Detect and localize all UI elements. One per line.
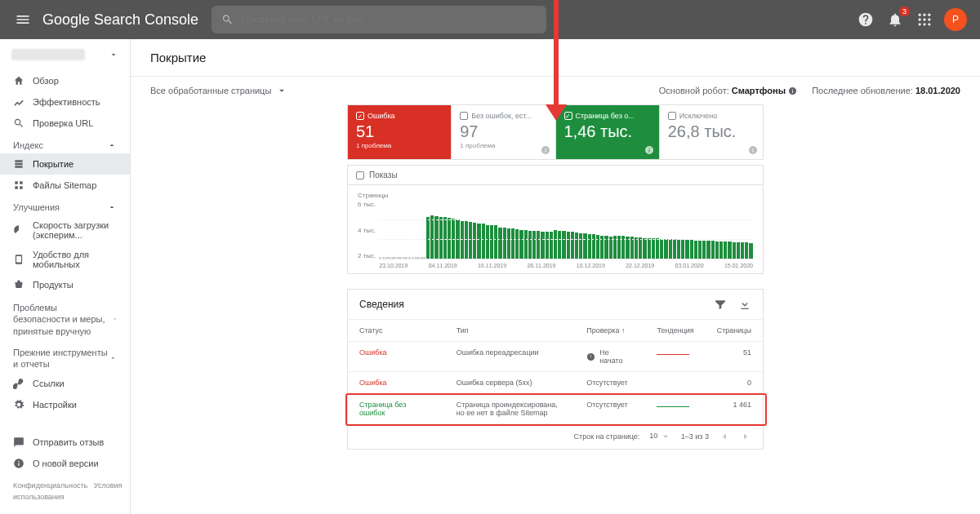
chart-bar <box>562 231 565 259</box>
chart-bar <box>639 237 642 259</box>
chart-bar <box>596 235 599 259</box>
checkbox-icon <box>564 112 572 120</box>
chart-bar <box>609 237 612 259</box>
checkbox-icon <box>356 171 364 179</box>
sidebar-section-security[interactable]: Проблемы безопасности и меры, принятые в… <box>0 295 130 340</box>
notifications-icon[interactable]: 3 <box>885 10 905 29</box>
avatar[interactable]: P <box>944 8 967 31</box>
sidebar-item-speed[interactable]: Скорость загрузки (эксперим... <box>0 215 130 245</box>
chart-bars <box>379 201 753 259</box>
chart-bar <box>698 241 702 259</box>
chart-bar <box>715 241 719 259</box>
sidebar-section-enhance[interactable]: Улучшения <box>0 196 130 215</box>
chevron-down-icon <box>109 353 117 363</box>
info-icon[interactable] <box>644 145 654 155</box>
chart-bar <box>537 231 540 259</box>
sidebar-section-index[interactable]: Индекс <box>0 134 130 153</box>
card-error[interactable]: Ошибка 51 1 проблема <box>348 105 452 159</box>
svg-point-8 <box>919 23 921 25</box>
svg-point-3 <box>923 14 925 16</box>
details-panel: Сведения Статус Тип Проверка ↑ Тенденция <box>347 289 764 450</box>
next-page-icon[interactable] <box>740 431 751 442</box>
chart-bar <box>482 224 485 259</box>
chart-bar <box>486 225 489 259</box>
search-input[interactable] <box>242 14 537 25</box>
info-icon[interactable] <box>748 145 758 155</box>
chart-bar <box>385 257 390 259</box>
page-filter-dropdown[interactable]: Все обработанные страницы <box>150 85 287 96</box>
sidebar-item-feedback[interactable]: Отправить отзыв <box>0 432 130 453</box>
sidebar: Обзор Эффективность Проверка URL Индекс … <box>0 39 131 514</box>
app-logo: Google Search Console <box>42 11 198 29</box>
prev-page-icon[interactable] <box>719 431 730 442</box>
chart-bar <box>507 228 510 259</box>
chevron-down-icon <box>109 50 118 60</box>
chart-bar <box>490 225 493 259</box>
table-row[interactable]: ОшибкаОшибка переадресации!Не начато51 <box>348 342 763 372</box>
chart-bar <box>473 223 476 259</box>
chart-bar <box>567 232 570 259</box>
details-table: Статус Тип Проверка ↑ Тенденция Страницы… <box>348 319 763 423</box>
crawler-info[interactable]: Основной робот: Смартфоны <box>659 86 797 96</box>
chart-bar <box>626 237 629 259</box>
chart-bar <box>528 231 532 259</box>
card-valid-warnings[interactable]: Без ошибок, ест... 97 1 проблема <box>452 105 555 159</box>
chart-bar <box>379 257 384 259</box>
chevron-down-icon <box>276 85 287 96</box>
chart-bar <box>669 239 672 259</box>
chart-bar <box>434 216 438 259</box>
sidebar-item-sitemaps[interactable]: Файлы Sitemap <box>0 175 130 196</box>
card-excluded[interactable]: Исключено 26,8 тыс. <box>660 105 763 159</box>
table-row[interactable]: Страница без ошибокСтраница проиндексиро… <box>348 394 763 424</box>
table-row[interactable]: ОшибкаОшибка сервера (5xx)Отсутствует0 <box>348 372 763 394</box>
sidebar-item-links[interactable]: Ссылки <box>0 373 130 394</box>
info-icon[interactable] <box>541 145 550 155</box>
chart-bar <box>711 241 715 259</box>
chart-bar <box>635 237 638 259</box>
chart-bar <box>728 241 731 259</box>
chart-bar <box>719 241 723 259</box>
chart-bar <box>571 232 574 259</box>
checkbox-icon <box>460 112 468 120</box>
chart-bar <box>600 236 604 259</box>
svg-point-5 <box>919 18 921 20</box>
chart-x-axis: 23.10.201904.11.201916.11.201928.11.2019… <box>379 263 753 268</box>
sidebar-item-about[interactable]: О новой версии <box>0 453 130 474</box>
sidebar-item-overview[interactable]: Обзор <box>0 70 130 91</box>
info-icon <box>788 86 797 95</box>
apps-icon[interactable] <box>915 10 934 29</box>
impressions-toggle[interactable]: Показы <box>347 165 764 185</box>
menu-icon[interactable] <box>13 10 33 29</box>
sidebar-item-coverage[interactable]: Покрытие <box>0 153 130 175</box>
rows-per-page-select[interactable]: 10 <box>649 431 671 442</box>
chart-bar <box>694 241 697 259</box>
chart-bar <box>737 242 740 259</box>
chart-bar <box>673 239 676 259</box>
chart-bar <box>613 236 617 259</box>
sidebar-item-settings[interactable]: Настройки <box>0 394 130 415</box>
card-valid[interactable]: Страница без о... 1,46 тыс. <box>556 105 660 159</box>
chart-bar <box>664 239 667 259</box>
sidebar-section-legacy[interactable]: Прежние инструменты и отчеты <box>0 340 130 374</box>
chart-bar <box>519 230 523 259</box>
property-selector[interactable] <box>0 39 130 70</box>
sidebar-item-products[interactable]: Продукты <box>0 274 130 295</box>
chart-bar <box>583 233 586 259</box>
sidebar-item-performance[interactable]: Эффективность <box>0 91 130 113</box>
sidebar-item-url-inspect[interactable]: Проверка URL <box>0 113 130 134</box>
download-icon[interactable] <box>738 298 751 311</box>
search-box[interactable] <box>212 6 546 33</box>
chevron-up-icon <box>107 202 117 212</box>
updated-info: Последнее обновление: 18.01.2020 <box>812 86 960 96</box>
help-icon[interactable] <box>856 10 875 29</box>
chart-bar <box>702 241 706 259</box>
chart-bar <box>575 233 578 259</box>
chart-bar <box>546 232 549 259</box>
sidebar-item-mobile[interactable]: Удобство для мобильных <box>0 245 130 274</box>
svg-point-7 <box>928 18 930 20</box>
svg-point-2 <box>919 14 921 16</box>
filter-icon[interactable] <box>714 298 727 311</box>
chart-bar <box>749 243 752 259</box>
chart-bar <box>554 230 557 259</box>
chart-bar <box>494 225 497 259</box>
